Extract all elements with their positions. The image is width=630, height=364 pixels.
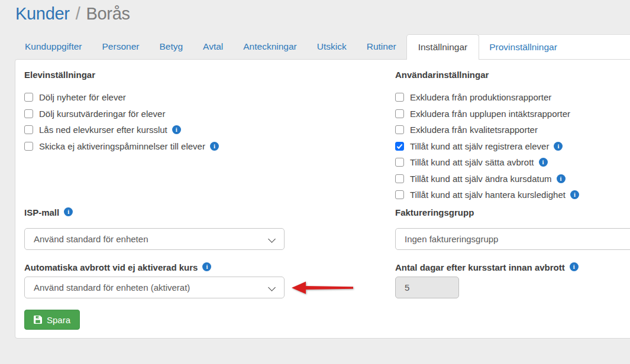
checkbox-row: Tillåt kund att själv sätta avbrott i bbox=[395, 156, 579, 168]
user-settings-checkbox-list: Exkludera från produktionsrapporter i Ex… bbox=[395, 91, 579, 205]
info-icon[interactable]: i bbox=[64, 207, 73, 216]
checkbox-label[interactable]: Dölj nyheter för elever bbox=[39, 92, 126, 102]
auto-interrupt-selected-value: Använd standard för enheten (aktiverat) bbox=[34, 282, 190, 292]
checkbox[interactable] bbox=[395, 93, 404, 102]
checkbox-label[interactable]: Exkludera från kvalitetsrapporter bbox=[410, 125, 538, 135]
chevron-down-icon bbox=[268, 235, 276, 243]
student-settings-heading: Elevinställningar bbox=[24, 70, 95, 80]
checkbox[interactable] bbox=[395, 109, 404, 118]
checkbox[interactable] bbox=[24, 142, 33, 151]
checkbox-row: Skicka ej aktiveringspåminnelser till el… bbox=[24, 140, 219, 152]
tab-personer[interactable]: Personer bbox=[92, 34, 150, 59]
days-before-interrupt-label: Antal dagar efter kursstart innan avbrot… bbox=[395, 262, 579, 272]
save-button[interactable]: Spara bbox=[24, 310, 80, 330]
billing-group-value: Ingen faktureringsgrupp bbox=[405, 234, 498, 244]
info-icon[interactable]: i bbox=[557, 174, 566, 183]
checkbox[interactable] bbox=[395, 174, 404, 183]
checkbox-row: Exkludera från kvalitetsrapporter i bbox=[395, 124, 579, 136]
info-icon[interactable]: i bbox=[202, 262, 211, 271]
info-icon[interactable]: i bbox=[172, 125, 181, 134]
save-icon bbox=[34, 316, 42, 324]
tab-betyg[interactable]: Betyg bbox=[149, 34, 193, 59]
save-button-label: Spara bbox=[47, 315, 70, 325]
info-icon[interactable]: i bbox=[570, 190, 579, 199]
tab-provinstallningar[interactable]: Provinställningar bbox=[479, 35, 567, 59]
isp-template-select[interactable]: Använd standard för enheten bbox=[24, 228, 285, 250]
info-icon[interactable]: i bbox=[210, 142, 219, 151]
page-title: Borås bbox=[86, 4, 130, 23]
tab-bar-right-area: Provinställningar bbox=[479, 34, 630, 59]
checkbox-label[interactable]: Skicka ej aktiveringspåminnelser till el… bbox=[39, 141, 205, 151]
isp-template-label: ISP-mall i bbox=[24, 207, 73, 217]
checkbox[interactable] bbox=[24, 93, 33, 102]
checkbox[interactable] bbox=[395, 125, 404, 134]
auto-interrupt-select[interactable]: Använd standard för enheten (aktiverat) bbox=[24, 277, 285, 298]
checkbox[interactable] bbox=[24, 109, 33, 118]
checkbox-row: Tillåt kund att själv ändra kursdatum i bbox=[395, 173, 579, 185]
settings-panel: Elevinställningar Dölj nyheter för eleve… bbox=[15, 59, 630, 339]
isp-template-selected-value: Använd standard för enheten bbox=[34, 234, 148, 244]
tab-installningar-active[interactable]: Inställningar bbox=[406, 34, 480, 60]
student-settings-checkbox-list: Dölj nyheter för elever i Dölj kursutvär… bbox=[24, 91, 219, 156]
checkbox-label[interactable]: Tillåt kund att själv hantera kursledigh… bbox=[410, 190, 566, 200]
info-icon[interactable]: i bbox=[539, 158, 548, 167]
breadcrumb: Kunder/Borås bbox=[15, 4, 130, 24]
checkbox[interactable] bbox=[395, 158, 404, 167]
breadcrumb-link-kunder[interactable]: Kunder bbox=[15, 4, 70, 23]
checkbox-row: Tillåt kund att själv registrera elever … bbox=[395, 140, 579, 152]
user-settings-heading: Användarinställningar bbox=[395, 70, 489, 80]
checkbox-label[interactable]: Lås ned elevkurser efter kursslut bbox=[39, 125, 167, 135]
days-before-interrupt-value: 5 bbox=[405, 282, 409, 292]
tab-utskick[interactable]: Utskick bbox=[307, 34, 357, 59]
info-icon[interactable]: i bbox=[554, 142, 563, 151]
checkbox-label[interactable]: Exkludera från produktionsrapporter bbox=[410, 92, 551, 102]
breadcrumb-separator: / bbox=[76, 4, 80, 23]
billing-group-label: Faktureringsgrupp bbox=[395, 207, 474, 217]
checkbox-row: Dölj nyheter för elever i bbox=[24, 91, 219, 103]
annotation-arrow-icon bbox=[291, 281, 354, 295]
checkbox-label[interactable]: Tillåt kund att själv sätta avbrott bbox=[410, 157, 534, 167]
checkbox-row: Exkludera från upplupen intäktsrapporter… bbox=[395, 108, 579, 120]
tab-rutiner[interactable]: Rutiner bbox=[357, 34, 406, 59]
tab-bar: Kunduppgifter Personer Betyg Avtal Antec… bbox=[15, 34, 630, 59]
checkbox[interactable] bbox=[395, 190, 404, 199]
checkbox-label[interactable]: Dölj kursutvärderingar för elever bbox=[39, 109, 165, 119]
checkbox-label[interactable]: Tillåt kund att själv ändra kursdatum bbox=[410, 174, 552, 184]
chevron-down-icon bbox=[268, 284, 276, 291]
checkbox[interactable] bbox=[24, 125, 33, 134]
tab-kunduppgifter[interactable]: Kunduppgifter bbox=[15, 34, 92, 59]
checkbox-label[interactable]: Tillåt kund att själv registrera elever bbox=[410, 141, 549, 151]
info-icon[interactable]: i bbox=[570, 262, 579, 271]
checkbox-row: Tillåt kund att själv hantera kursledigh… bbox=[395, 188, 579, 201]
checkbox[interactable] bbox=[395, 142, 404, 151]
checkbox-row: Dölj kursutvärderingar för elever i bbox=[24, 108, 219, 120]
billing-group-field[interactable]: Ingen faktureringsgrupp bbox=[395, 228, 630, 250]
tab-anteckningar[interactable]: Anteckningar bbox=[233, 34, 306, 59]
days-before-interrupt-field: 5 bbox=[395, 277, 459, 298]
auto-interrupt-label: Automatiska avbrott vid ej aktiverad kur… bbox=[24, 262, 211, 272]
checkbox-row: Lås ned elevkurser efter kursslut i bbox=[24, 124, 219, 136]
tab-avtal[interactable]: Avtal bbox=[193, 34, 233, 59]
checkbox-label[interactable]: Exkludera från upplupen intäktsrapporter bbox=[410, 109, 570, 119]
checkbox-row: Exkludera från produktionsrapporter i bbox=[395, 91, 579, 103]
